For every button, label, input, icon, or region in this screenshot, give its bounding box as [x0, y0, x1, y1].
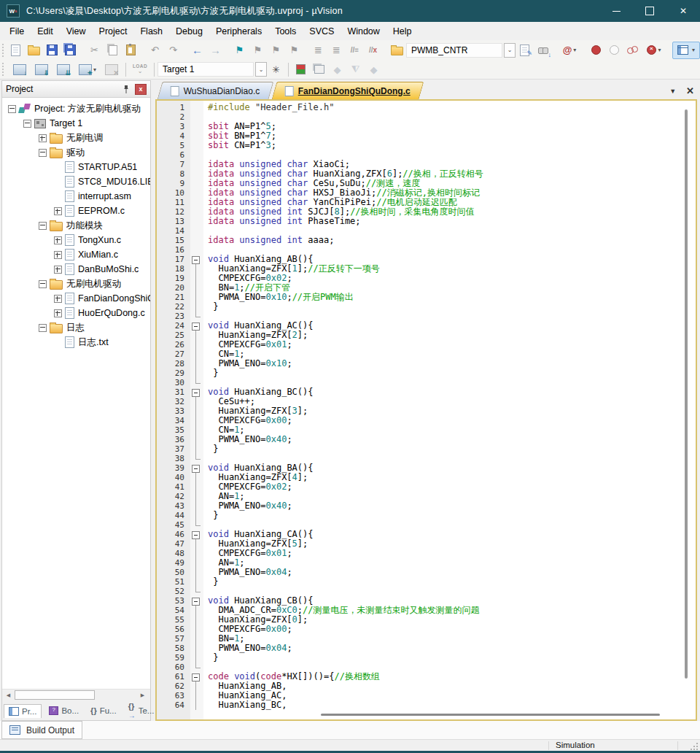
line-number[interactable]: 1	[157, 103, 187, 112]
tree-item[interactable]: 无刷电机驱动	[2, 277, 150, 291]
tree-item[interactable]: STC8_MDU16.LIB	[2, 174, 150, 189]
line-number[interactable]: 59	[157, 653, 187, 663]
tree-expand-icon[interactable]	[54, 295, 62, 303]
line-number[interactable]: 50	[157, 568, 187, 577]
line-number[interactable]: 2	[157, 112, 187, 122]
code-line[interactable]	[208, 112, 696, 122]
indent-button[interactable]: ≣	[309, 42, 327, 58]
save-all-button[interactable]	[61, 42, 79, 58]
tree-expand-icon[interactable]	[54, 207, 62, 215]
line-number[interactable]: 7	[157, 160, 187, 169]
build-button[interactable]: ⇓	[31, 61, 52, 77]
line-number[interactable]: 57	[157, 634, 187, 644]
code-line[interactable]: CMPEXCFG=0x01;	[208, 549, 696, 558]
scroll-left-icon[interactable]: ◀	[3, 690, 14, 700]
bookmark-next-button[interactable]: ⚑	[249, 42, 267, 58]
menu-help[interactable]: Help	[386, 24, 419, 39]
tree-collapse-icon[interactable]	[39, 280, 47, 288]
tab-books[interactable]: Bo...	[44, 704, 83, 717]
diamond-button-3[interactable]: ◆	[365, 61, 383, 77]
scrollbar-thumb[interactable]	[15, 690, 95, 700]
line-number[interactable]: 54	[157, 606, 187, 615]
code-line[interactable]: PWMA_ENO=0x10;	[208, 359, 696, 368]
tree-item[interactable]: XiuMian.c	[2, 247, 150, 262]
code-line[interactable]: PWMA_ENO=0x04;	[208, 644, 696, 653]
find-next-button[interactable]: ✎	[516, 42, 534, 58]
code-line[interactable]: #include "Header_File.h"	[208, 103, 696, 112]
tree-collapse-icon[interactable]	[39, 324, 47, 332]
menu-file[interactable]: File	[3, 24, 31, 39]
kill-all-breakpoints-button[interactable]: ▾	[642, 42, 666, 58]
translate-button[interactable]: ↓	[9, 61, 31, 77]
tree-item[interactable]: 无刷电调	[2, 131, 150, 145]
enable-breakpoint-button[interactable]	[605, 42, 623, 58]
line-number[interactable]: 58	[157, 644, 187, 653]
line-number[interactable]: 34	[157, 416, 187, 425]
doc-tab-wushuadiandiao[interactable]: WuShuaDianDiao.c	[158, 82, 273, 99]
code-line[interactable]: }	[208, 444, 696, 454]
line-number[interactable]: 19	[157, 274, 187, 283]
line-number[interactable]: 32	[157, 397, 187, 406]
bookmark-clear-button[interactable]: ⚑	[285, 42, 303, 58]
cascade-windows-button[interactable]	[310, 61, 328, 77]
diamond-button-2[interactable]: ⧨	[346, 61, 365, 77]
line-number[interactable]: 37	[157, 444, 187, 454]
fold-toggle-icon[interactable]	[192, 673, 200, 681]
tree-item[interactable]: HuoErQuDong.c	[2, 306, 150, 320]
search-combo-dropdown[interactable]: ⌄	[504, 43, 516, 58]
line-number[interactable]: 29	[157, 368, 187, 378]
line-number[interactable]: 27	[157, 350, 187, 359]
code-line[interactable]: PWMA_ENO=0x40;	[208, 501, 696, 511]
line-number[interactable]: 30	[157, 378, 187, 387]
menu-project[interactable]: Project	[93, 24, 134, 39]
paste-button[interactable]	[122, 42, 140, 58]
line-number[interactable]: 3	[157, 122, 187, 131]
line-number[interactable]: 14	[157, 226, 187, 236]
line-number[interactable]: 22	[157, 302, 187, 312]
line-number[interactable]: 15	[157, 236, 187, 245]
minimize-button[interactable]	[599, 0, 633, 22]
batch-build-button[interactable]: ✦▾	[74, 61, 101, 77]
line-number[interactable]: 21	[157, 293, 187, 302]
search-button[interactable]: @▾	[558, 42, 581, 58]
line-number[interactable]: 61	[157, 672, 187, 681]
target-combo[interactable]: Target 1	[158, 62, 254, 77]
bookmark-prev-button[interactable]: ⚑	[267, 42, 285, 58]
editor-vertical-scrollbar[interactable]	[685, 109, 688, 679]
navigate-back-button[interactable]: ←	[188, 42, 206, 58]
line-number[interactable]: 20	[157, 283, 187, 293]
copy-button[interactable]	[104, 42, 122, 58]
line-number[interactable]: 28	[157, 359, 187, 368]
tree-item[interactable]: Project: 方波无刷电机驱动	[2, 101, 150, 116]
code-line[interactable]: }	[208, 577, 696, 587]
tree-item[interactable]: EEPROM.c	[2, 204, 150, 218]
target-combo-dropdown[interactable]: ⌄	[255, 62, 267, 77]
download-button[interactable]: LOAD⌄	[129, 61, 151, 77]
resize-grip[interactable]	[691, 743, 698, 750]
fold-toggle-icon[interactable]	[192, 323, 200, 331]
code-line[interactable]: sbit AN=P1^5;	[208, 122, 696, 131]
line-number[interactable]: 60	[157, 663, 187, 672]
comment-button[interactable]: //≡	[346, 42, 364, 58]
new-file-button[interactable]	[7, 42, 25, 58]
open-file-button[interactable]	[25, 42, 43, 58]
find-in-files-button[interactable]	[388, 42, 406, 58]
line-number[interactable]: 46	[157, 530, 187, 539]
line-number[interactable]: 13	[157, 217, 187, 226]
tree-item[interactable]: 日志	[2, 320, 150, 335]
uncomment-button[interactable]: //x	[364, 42, 382, 58]
code-line[interactable]: HuanXiang_BC,	[208, 700, 696, 710]
tree-item[interactable]: STARTUP.A51	[2, 160, 150, 174]
menu-peripherals[interactable]: Peripherals	[209, 24, 268, 39]
save-button[interactable]	[43, 42, 61, 58]
menu-window[interactable]: Window	[341, 24, 386, 39]
line-number[interactable]: 52	[157, 587, 187, 596]
tree-expand-icon[interactable]	[54, 251, 62, 259]
code-line[interactable]: CMPEXCFG=0x00;	[208, 416, 696, 425]
line-number[interactable]: 45	[157, 520, 187, 530]
line-number[interactable]: 31	[157, 387, 187, 397]
search-combo[interactable]: PWMB_CNTR	[406, 43, 502, 58]
menu-view[interactable]: View	[60, 24, 93, 39]
line-number[interactable]: 5	[157, 141, 187, 150]
line-number[interactable]: 18	[157, 264, 187, 274]
